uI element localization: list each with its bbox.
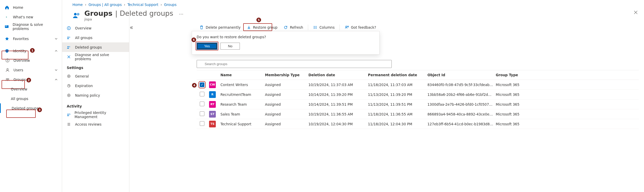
delete-permanently-button[interactable]: Delete permanently (197, 24, 243, 31)
nav-favorites[interactable]: Favorites (0, 34, 62, 43)
bc-sep: › (123, 3, 126, 7)
confirm-no-button[interactable]: No (220, 43, 240, 50)
subnav-access[interactable]: Access reviews (62, 119, 129, 129)
nav-groups-label: Groups (13, 78, 26, 82)
cell-name: Content Writers (220, 83, 265, 87)
confirm-yes-button[interactable]: Yes (197, 43, 217, 50)
nav-identity-overview[interactable]: Overview (0, 56, 62, 65)
cell-grouptype: Microsoft 365 (496, 122, 545, 126)
cell-membership: Assigned (265, 102, 308, 106)
diagnose-icon (4, 25, 10, 29)
row-checkbox[interactable] (200, 121, 204, 126)
refresh-button[interactable]: Refresh (281, 24, 306, 31)
table-row[interactable]: ST Sales Team Assigned 10/19/2024, 11:36… (197, 109, 639, 119)
subnav-allgroups[interactable]: All groups (62, 33, 129, 42)
cell-grouptype: Microsoft 365 (496, 83, 545, 87)
table-row[interactable]: TS Technical Support Assigned 10/19/2024… (197, 119, 639, 129)
col-membership[interactable]: Membership Type (265, 73, 308, 77)
table-row[interactable]: RT Research Team Assigned 10/14/2024, 11… (197, 99, 639, 109)
row-checkbox[interactable] (200, 111, 204, 116)
svg-point-21 (346, 26, 347, 27)
nav-groups-overview[interactable]: Overview (0, 84, 62, 94)
user-icon (5, 68, 10, 72)
cell-grouptype: Microsoft 365 (496, 102, 545, 106)
sub-nav: Overview All groups Deleted groups Diagn… (62, 0, 129, 192)
subnav-pim[interactable]: Privileged Identity Management (62, 110, 129, 119)
more-button[interactable]: ··· (174, 11, 183, 17)
col-grouptype[interactable]: Group Type (496, 73, 545, 77)
nav-users[interactable]: Users (0, 65, 62, 75)
col-deletion[interactable]: Deletion date (308, 73, 368, 77)
bc-home[interactable]: Home (72, 3, 83, 7)
group-avatar: CW (209, 81, 216, 88)
cell-grouptype: Microsoft 365 (496, 93, 545, 97)
cell-membership: Assigned (265, 112, 308, 116)
nav-whatsnew[interactable]: What's new (0, 12, 62, 22)
subnav-diagnose-label: Diagnose and solve problems (75, 53, 124, 61)
refresh-icon (284, 25, 288, 29)
cell-membership: Assigned (265, 83, 308, 87)
identity-icon (4, 49, 10, 53)
svg-point-19 (68, 95, 69, 96)
svg-point-23 (74, 13, 77, 16)
col-name[interactable]: Name (220, 73, 265, 77)
nav-users-label: Users (13, 68, 23, 72)
nav-groups-all-label: All groups (11, 97, 28, 101)
callout-4: 4 (192, 83, 197, 88)
subnav-naming[interactable]: Naming policy (62, 90, 129, 100)
groups-deleted-icon (67, 45, 72, 49)
subnav-deleted[interactable]: Deleted groups (62, 42, 129, 52)
nav-groups-deleted-label: Deleted groups (12, 106, 38, 110)
col-objectid[interactable]: Object Id (427, 73, 496, 77)
cell-deletion: 10/19/2024, 11:36:55 AM (308, 112, 368, 116)
group-avatar: ST (209, 111, 216, 118)
table-row[interactable]: R RecruitmentTeam Assigned 10/14/2024, 1… (197, 90, 639, 99)
cell-deletion: 10/19/2024, 11:37:03 AM (308, 83, 368, 87)
callout-2: 2 (26, 78, 31, 82)
chevron-down-icon (55, 37, 58, 40)
feedback-button[interactable]: Got feedback? (342, 24, 379, 31)
groups-icon (67, 36, 72, 40)
close-blade-button[interactable] (634, 10, 638, 14)
nav-groups-all[interactable]: All groups (0, 94, 62, 103)
subnav-general[interactable]: General (62, 71, 129, 81)
bc-groups-all[interactable]: Groups | All groups (88, 3, 122, 7)
group-avatar: TS (209, 121, 216, 127)
row-checkbox[interactable] (200, 92, 204, 96)
nav-diagnose[interactable]: Diagnose & solve problems (0, 22, 62, 31)
group-icon (5, 78, 10, 82)
row-checkbox[interactable] (200, 82, 204, 87)
clock-icon (67, 84, 72, 88)
bc-sep: › (84, 3, 87, 7)
col-permanent[interactable]: Permanent deletion date (368, 73, 427, 77)
collapse-subnav-button[interactable] (128, 25, 134, 30)
search-input[interactable] (197, 60, 392, 68)
toolbar-separator (308, 25, 308, 30)
toolbar-separator (339, 25, 340, 30)
nav-home[interactable]: Home (0, 3, 62, 12)
svg-rect-0 (5, 25, 9, 28)
bc-groups[interactable]: Groups (164, 3, 176, 7)
row-checkbox[interactable] (200, 102, 204, 106)
svg-point-13 (68, 46, 69, 47)
cell-name: RecruitmentTeam (220, 93, 265, 97)
cell-name: Sales Team (220, 112, 265, 116)
restore-confirm-popup: Do you want to restore deleted groups? Y… (192, 31, 380, 55)
restore-group-button[interactable]: Restore group (244, 24, 280, 31)
diagnose-icon (67, 55, 72, 59)
callout-3: 3 (37, 107, 42, 112)
bc-tech[interactable]: Technical Support (127, 3, 158, 7)
columns-button[interactable]: Columns (310, 24, 337, 31)
svg-point-24 (77, 13, 79, 16)
subnav-diagnose[interactable]: Diagnose and solve problems (62, 52, 129, 62)
nav-groups-deleted[interactable]: Deleted groups (0, 103, 62, 113)
left-nav: Home What's new Diagnose & solve problem… (0, 0, 62, 192)
nav-groups-overview-label: Overview (11, 87, 27, 91)
table-row[interactable]: CW Content Writers Assigned 10/19/2024, … (197, 80, 639, 90)
subnav-expiration[interactable]: Expiration (62, 81, 129, 90)
svg-rect-3 (7, 60, 8, 61)
breadcrumb-bar: Home › Groups | All groups › Technical S… (72, 3, 183, 21)
subnav-overview[interactable]: Overview (62, 23, 129, 33)
list-icon (67, 122, 72, 126)
cell-objectid: 866893a4-9458-40ca-8892-43ce0eb… (427, 112, 496, 116)
